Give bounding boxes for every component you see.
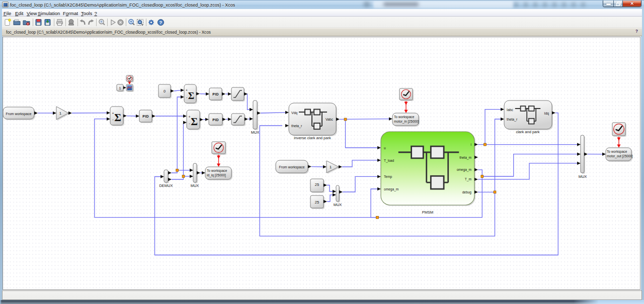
svg-text:?: ? bbox=[159, 20, 163, 25]
